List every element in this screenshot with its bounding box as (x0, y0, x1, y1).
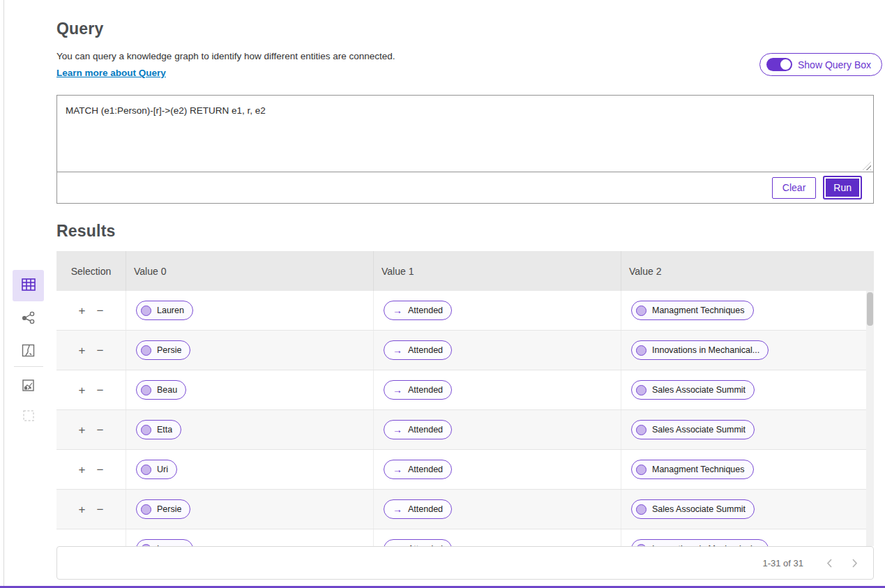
entity-node-icon (141, 425, 151, 435)
relationship-chip[interactable]: → Attended (384, 460, 452, 479)
entity-node-icon (636, 385, 646, 395)
entity-node-icon (636, 465, 646, 475)
entity-chip[interactable]: Beau (136, 380, 186, 400)
entity-chip[interactable]: Persie (136, 340, 190, 360)
relationship-chip[interactable]: → Attended (384, 340, 452, 360)
prev-page-button[interactable] (820, 554, 838, 572)
relationship-chip[interactable]: → Attended (384, 301, 452, 320)
table-row: + − Beau → Attended Sales Associate Summ… (56, 370, 874, 410)
page-title: Query (56, 20, 103, 38)
entity-chip[interactable]: Innovations in Mechanical... (631, 539, 769, 546)
remove-selection-button[interactable]: − (97, 504, 104, 515)
show-query-box-label: Show Query Box (798, 59, 871, 70)
entity-node-icon (636, 425, 646, 435)
column-header-value1: Value 1 (374, 251, 621, 291)
remove-selection-button[interactable]: − (97, 305, 104, 317)
entity-chip[interactable]: Lauren (136, 301, 193, 320)
learn-more-link[interactable]: Learn more about Query (56, 68, 166, 78)
add-selection-button[interactable]: + (79, 384, 86, 396)
column-header-value2: Value 2 (621, 251, 874, 291)
query-box-panel: Clear Run (56, 95, 874, 204)
add-selection-button[interactable]: + (79, 424, 86, 436)
entity-node-icon (141, 345, 151, 356)
query-description: You can query a knowledge graph to ident… (56, 51, 395, 61)
entity-chip[interactable]: Etta (136, 420, 181, 439)
entity-node-icon (141, 385, 151, 395)
arrow-right-icon: → (390, 504, 402, 515)
pagination-range-label: 1-31 of 31 (762, 558, 803, 568)
add-selection-button[interactable]: + (79, 305, 86, 317)
link-chart-icon (21, 310, 36, 328)
selection-cell: + − (56, 450, 126, 489)
dashed-selection-icon (22, 409, 36, 425)
entity-chip[interactable]: Managment Techniques (631, 301, 754, 320)
selection-cell: + − (56, 410, 126, 449)
selection-cell: + − (56, 370, 126, 409)
entity-chip[interactable]: Sales Associate Summit (631, 420, 755, 439)
run-button[interactable]: Run (824, 177, 861, 198)
entity-node-icon (636, 504, 646, 515)
remove-selection-button[interactable]: − (97, 464, 104, 476)
entity-node-icon (141, 465, 151, 475)
arrow-right-icon: → (390, 464, 402, 475)
table-header-row: Selection Value 0 Value 1 Value 2 (56, 251, 874, 291)
entity-node-icon (141, 504, 151, 515)
table-row: + − Uri → Attended Managment Techniques (56, 450, 874, 490)
entity-node-icon (141, 306, 151, 316)
relationship-chip[interactable]: → Attended (384, 380, 452, 400)
sidebar-item-link-chart-view[interactable] (13, 303, 44, 335)
table-row: + − Persie → Attended Innovations in Mec… (56, 331, 874, 370)
relationship-chip[interactable]: → Attended (384, 499, 452, 519)
toggle-switch-icon (766, 58, 792, 71)
table-row: + − Lauren → Attended Innovations in Mec… (56, 529, 874, 546)
column-header-selection: Selection (56, 251, 126, 291)
sidebar-item-table-view[interactable] (13, 270, 44, 301)
entity-node-icon (636, 306, 646, 316)
entity-chip[interactable]: Managment Techniques (631, 460, 754, 479)
table-scrollbar (866, 291, 874, 546)
add-to-map-icon (21, 378, 36, 395)
next-page-button[interactable] (845, 554, 863, 572)
clear-button[interactable]: Clear (772, 177, 816, 199)
entity-chip[interactable]: Sales Associate Summit (631, 380, 755, 400)
query-actions-bar: Clear Run (57, 172, 873, 203)
knowledge-graph-query-page: Query You can query a knowledge graph to… (0, 0, 885, 588)
entity-chip[interactable]: Innovations in Mechanical... (631, 340, 769, 360)
query-input[interactable] (57, 96, 873, 172)
table-scrollbar-thumb[interactable] (867, 292, 873, 326)
table-body: + − Lauren → Attended Managment Techniqu… (56, 291, 874, 546)
add-selection-button[interactable]: + (79, 464, 86, 476)
selection-cell: + − (56, 331, 126, 370)
entity-node-icon (636, 345, 646, 356)
sidebar-item-add-to-map[interactable] (13, 370, 44, 402)
table-row: + − Lauren → Attended Managment Techniqu… (56, 291, 874, 331)
arrow-right-icon: → (390, 345, 402, 356)
table-icon (21, 277, 36, 294)
map-icon (21, 343, 36, 360)
selection-cell: + − (56, 291, 126, 330)
arrow-right-icon: → (390, 384, 402, 395)
remove-selection-button[interactable]: − (97, 424, 104, 436)
remove-selection-button[interactable]: − (97, 384, 104, 396)
entity-chip[interactable]: Lauren (136, 539, 193, 546)
sidebar-item-map-view[interactable] (13, 336, 44, 367)
table-row: + − Etta → Attended Sales Associate Summ… (56, 410, 874, 450)
arrow-right-icon: → (390, 305, 402, 316)
show-query-box-toggle[interactable]: Show Query Box (759, 53, 882, 76)
arrow-right-icon: → (390, 424, 402, 435)
relationship-chip[interactable]: → Attended (384, 420, 452, 439)
add-selection-button[interactable]: + (79, 504, 86, 515)
relationship-chip[interactable]: → Attended (384, 539, 452, 546)
selection-cell: + − (56, 529, 126, 546)
entity-chip[interactable]: Sales Associate Summit (631, 499, 755, 519)
pagination-bar: 1-31 of 31 (56, 546, 874, 580)
table-row: + − Persie → Attended Sales Associate Su… (56, 490, 874, 529)
entity-chip[interactable]: Persie (136, 499, 190, 519)
add-selection-button[interactable]: + (79, 345, 86, 356)
remove-selection-button[interactable]: − (97, 345, 104, 356)
entity-chip[interactable]: Uri (136, 460, 177, 479)
results-title: Results (56, 222, 115, 241)
column-header-value0: Value 0 (126, 251, 374, 291)
sidebar-item-selection-tool[interactable] (13, 401, 44, 432)
panel-left-border (3, 0, 4, 588)
